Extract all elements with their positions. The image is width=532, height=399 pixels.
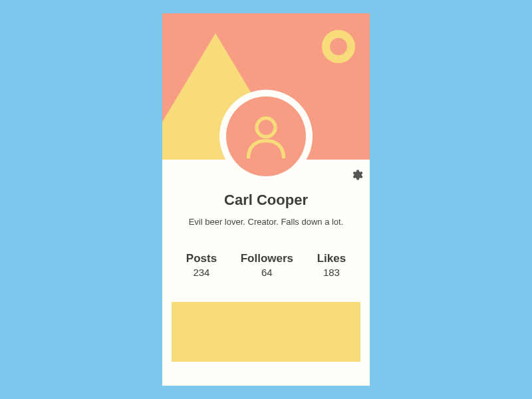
sun-icon <box>322 30 355 63</box>
avatar[interactable] <box>219 90 313 183</box>
stats-row: Posts 234 Followers 64 Likes 183 <box>162 252 370 278</box>
profile-card: Carl Cooper Evil beer lover. Creator. Fa… <box>162 13 370 386</box>
stat-followers-label: Followers <box>241 252 293 265</box>
avatar-inner <box>226 96 306 176</box>
stat-likes-value: 183 <box>317 267 346 278</box>
settings-button[interactable] <box>350 168 363 182</box>
stat-likes-label: Likes <box>317 252 346 265</box>
post-thumbnails <box>162 302 370 362</box>
person-icon <box>239 110 293 163</box>
stat-followers[interactable]: Followers 64 <box>241 252 293 278</box>
stat-likes[interactable]: Likes 183 <box>317 252 346 278</box>
post-thumbnail[interactable] <box>172 302 360 362</box>
stat-posts-label: Posts <box>186 252 217 265</box>
stat-posts-value: 234 <box>186 267 217 278</box>
profile-name: Carl Cooper <box>162 192 370 209</box>
svg-point-0 <box>257 118 275 137</box>
profile-bio: Evil beer lover. Creator. Falls down a l… <box>162 217 370 227</box>
gear-icon <box>350 168 363 182</box>
stat-posts[interactable]: Posts 234 <box>186 252 217 278</box>
stat-followers-value: 64 <box>241 267 293 278</box>
